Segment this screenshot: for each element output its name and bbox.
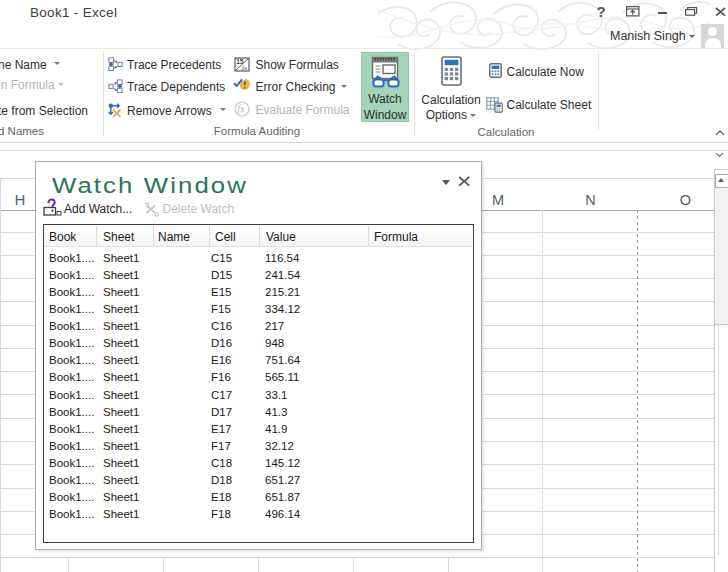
svg-text:fx: fx xyxy=(242,64,247,71)
svg-text:fx: fx xyxy=(238,104,246,114)
